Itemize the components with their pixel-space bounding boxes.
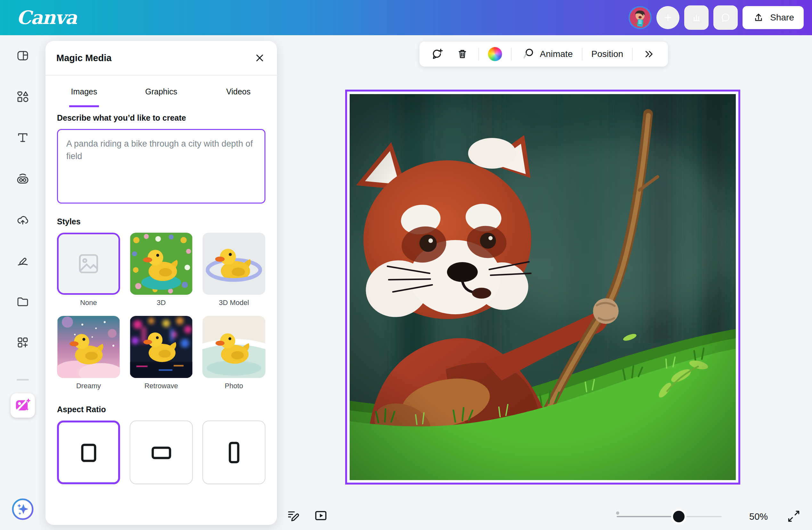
sidebar-item-design[interactable] (16, 49, 30, 63)
style-label: 3D Model (202, 299, 265, 307)
sidebar-item-magic-media[interactable] (11, 393, 35, 418)
style-thumb-none (57, 233, 120, 295)
color-button[interactable] (486, 45, 504, 63)
prompt-input[interactable] (57, 129, 265, 204)
sidebar-divider (17, 379, 29, 381)
panel-tabs: Images Graphics Videos (45, 75, 277, 107)
doc-actions (286, 508, 329, 524)
zoom-track-filled (617, 516, 679, 517)
style-thumb-3d (130, 233, 193, 295)
magic-media-icon (14, 397, 31, 414)
prompt-label: Describe what you’d like to create (57, 113, 265, 122)
notes-button[interactable] (286, 508, 301, 524)
sidebar-item-uploads[interactable] (16, 212, 30, 226)
insights-icon (690, 11, 704, 25)
style-label: Dreamy (57, 382, 120, 390)
add-comment-button[interactable] (428, 45, 446, 63)
animate-icon (521, 47, 535, 61)
style-option-none[interactable]: None (57, 233, 120, 307)
fullscreen-button[interactable] (786, 509, 801, 525)
share-label: Share (770, 13, 794, 23)
style-label: None (57, 299, 120, 307)
position-button[interactable]: Position (590, 47, 625, 61)
share-button[interactable]: Share (742, 6, 804, 29)
present-button[interactable] (313, 508, 329, 524)
landscape-ratio-icon (150, 445, 173, 460)
delete-button[interactable] (453, 45, 471, 63)
panel-body: Describe what you’d like to create Style… (45, 107, 277, 484)
design-icon (16, 49, 30, 63)
zoom-track-empty (679, 516, 722, 517)
assistant-button[interactable] (11, 497, 34, 521)
more-tools-button[interactable] (640, 45, 657, 63)
sidebar-item-draw[interactable] (16, 253, 30, 268)
style-option-3d-model[interactable]: 3D Model (202, 233, 265, 307)
style-grid: None (57, 233, 265, 390)
style-option-retrowave[interactable]: Retrowave (130, 316, 193, 390)
panel-close-button[interactable] (253, 51, 266, 64)
more-chevrons-icon (642, 47, 655, 61)
text-icon (16, 131, 30, 145)
expand-icon (786, 509, 801, 524)
aspect-option-square[interactable] (57, 421, 120, 484)
position-label: Position (591, 49, 623, 59)
style-label: Photo (202, 382, 265, 390)
tab-videos[interactable]: Videos (200, 75, 277, 107)
portrait-ratio-icon (227, 440, 241, 465)
style-thumb-3d-model (202, 233, 265, 295)
topbar-actions: Share (628, 5, 804, 30)
present-icon (313, 508, 329, 523)
style-option-photo[interactable]: Photo (202, 316, 265, 390)
toolbar-divider (632, 48, 633, 60)
style-thumb-dreamy (57, 316, 120, 378)
style-option-dreamy[interactable]: Dreamy (57, 316, 120, 390)
toolbar-divider (582, 48, 582, 60)
zoom-handle[interactable] (673, 511, 684, 522)
animate-button[interactable]: Animate (519, 45, 575, 63)
avatar[interactable] (628, 6, 652, 29)
insights-button[interactable] (684, 5, 709, 30)
share-upload-icon (752, 11, 765, 24)
projects-icon (16, 294, 30, 309)
sidebar (0, 35, 45, 530)
style-thumb-retrowave (130, 316, 193, 378)
canva-editor: Canva (0, 0, 812, 530)
comments-button[interactable] (713, 5, 738, 30)
add-member-icon (661, 11, 675, 25)
uploads-icon (16, 212, 30, 226)
zoom-slider[interactable] (616, 510, 723, 524)
sidebar-item-brand[interactable] (16, 172, 30, 186)
tab-images[interactable]: Images (45, 75, 122, 107)
style-label: 3D (130, 299, 193, 307)
toolbar-divider (478, 48, 479, 60)
sidebar-item-apps[interactable] (16, 335, 30, 350)
comments-icon (719, 11, 733, 25)
sidebar-item-projects[interactable] (16, 294, 30, 309)
toolbar-divider (511, 48, 512, 60)
aspect-option-portrait[interactable] (202, 421, 265, 484)
sidebar-item-elements[interactable] (16, 90, 30, 104)
canvas-page[interactable] (345, 90, 740, 485)
sidebar-item-text[interactable] (16, 131, 30, 145)
topbar: Canva (0, 0, 812, 35)
style-label: Retrowave (130, 382, 193, 390)
zoom-level[interactable]: 50% (749, 512, 784, 522)
close-icon (254, 53, 265, 63)
square-ratio-icon (79, 441, 98, 464)
selection-toolbar: Animate Position (419, 42, 668, 67)
generated-image-red-panda (350, 94, 736, 480)
avatar-image (630, 8, 650, 28)
zoom-fit-dot (616, 512, 619, 515)
trash-icon (455, 47, 469, 61)
add-member-button[interactable] (656, 6, 679, 29)
tab-graphics[interactable]: Graphics (122, 75, 200, 107)
canva-logo[interactable]: Canva (17, 8, 76, 27)
animate-label: Animate (540, 49, 573, 59)
brand-icon (16, 172, 30, 186)
elements-icon (16, 90, 30, 104)
panel-header: Magic Media (45, 41, 277, 75)
aspect-option-landscape[interactable] (130, 421, 193, 484)
style-thumb-photo (202, 316, 265, 378)
style-option-3d[interactable]: 3D (130, 233, 193, 307)
draw-icon (16, 253, 30, 268)
